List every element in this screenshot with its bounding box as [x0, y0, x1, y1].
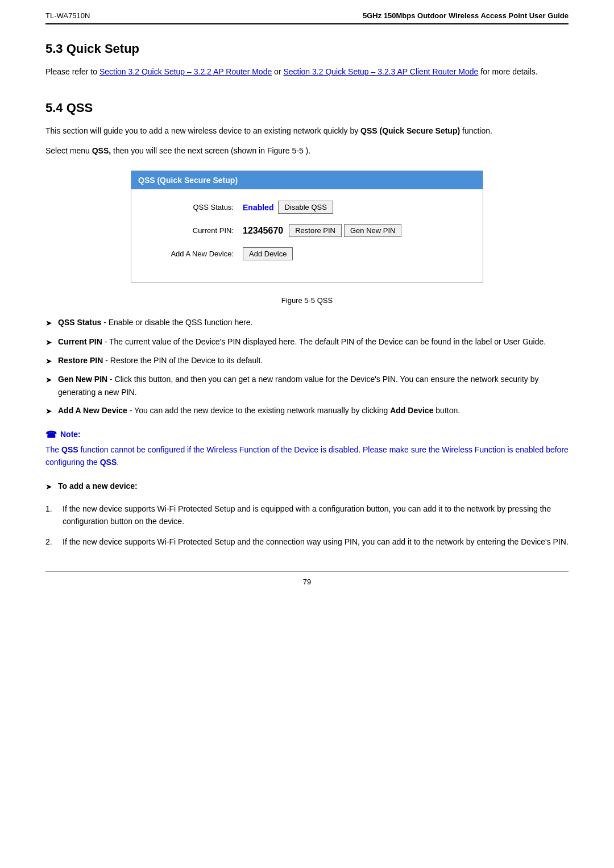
- list-item: 2. If the new device supports Wi-Fi Prot…: [45, 535, 569, 548]
- num-text-1: If the new device supports Wi-Fi Protect…: [63, 502, 569, 528]
- header-title: 5GHz 150Mbps Outdoor Wireless Access Poi…: [363, 11, 569, 20]
- list-item: ➤ Restore PIN - Restore the PIN of the D…: [45, 354, 569, 367]
- qss-add-device-row: Add A New Device: Add Device: [148, 247, 466, 260]
- section-54-intro: This section will guide you to add a new…: [45, 124, 569, 137]
- numbered-list: 1. If the new device supports Wi-Fi Prot…: [45, 502, 569, 549]
- section-53-para-prefix: Please refer to: [45, 67, 99, 76]
- disable-qss-button[interactable]: Disable QSS: [278, 201, 333, 214]
- list-item: ➤ Add A New Device - You can add the new…: [45, 404, 569, 417]
- to-add-label: To add a new device:: [58, 480, 138, 492]
- qss-panel-header: QSS (Quick Secure Setup): [131, 171, 483, 189]
- bullet-text-3: Restore PIN - Restore the PIN of the Dev…: [58, 354, 263, 367]
- qss-status-row: QSS Status: Enabled Disable QSS: [148, 201, 466, 214]
- bullet-arrow-icon: ➤: [45, 405, 52, 417]
- bullet-text-2: Current PIN - The current value of the D…: [58, 335, 546, 348]
- qss-pin-label: Current PIN:: [148, 226, 234, 235]
- to-add-section: ➤ To add a new device:: [45, 480, 569, 493]
- list-item: ➤ To add a new device:: [45, 480, 569, 493]
- page-number: 79: [303, 578, 311, 586]
- qss-add-device-label: Add A New Device:: [148, 250, 234, 258]
- gen-new-pin-button[interactable]: Gen New PIN: [344, 224, 401, 237]
- qss-pin-value: 12345670: [243, 226, 283, 236]
- section-54-select: Select menu QSS, then you will see the n…: [45, 144, 569, 157]
- bullet-arrow-icon: ➤: [45, 480, 52, 493]
- qss-panel-body: QSS Status: Enabled Disable QSS Current …: [131, 189, 483, 282]
- list-item: ➤ QSS Status - Enable or disable the QSS…: [45, 316, 569, 329]
- figure-caption: Figure 5-5 QSS: [45, 296, 569, 305]
- to-add-bullet-list: ➤ To add a new device:: [45, 480, 569, 493]
- qss-pin-row: Current PIN: 12345670 Restore PIN Gen Ne…: [148, 224, 466, 237]
- note-text: The QSS function cannot be configured if…: [45, 443, 569, 469]
- qss-panel: QSS (Quick Secure Setup) QSS Status: Ena…: [131, 171, 483, 283]
- list-item: 1. If the new device supports Wi-Fi Prot…: [45, 502, 569, 528]
- note-icon: ☎: [45, 429, 57, 440]
- section-53-title: 5.3 Quick Setup: [45, 41, 569, 56]
- bullet-arrow-icon: ➤: [45, 373, 52, 386]
- bullet-text-1: QSS Status - Enable or disable the QSS f…: [58, 316, 252, 329]
- bullet-arrow-icon: ➤: [45, 317, 52, 329]
- bullet-text-5: Add A New Device - You can add the new d…: [58, 404, 460, 417]
- page-footer: 79: [45, 571, 569, 586]
- section-53-middle: or: [274, 67, 283, 76]
- qss-status-value: Enabled: [243, 203, 273, 212]
- add-device-button[interactable]: Add Device: [243, 247, 293, 260]
- note-section: ☎ Note: The QSS function cannot be confi…: [45, 429, 569, 469]
- num-label-2: 2.: [45, 535, 63, 548]
- section-53-end: for more details.: [480, 67, 537, 76]
- num-label-1: 1.: [45, 502, 63, 515]
- page-header: TL-WA7510N 5GHz 150Mbps Outdoor Wireless…: [45, 11, 569, 24]
- bullet-arrow-icon: ➤: [45, 336, 52, 348]
- note-label: ☎ Note:: [45, 429, 569, 440]
- num-text-2: If the new device supports Wi-Fi Protect…: [63, 535, 569, 548]
- header-model: TL-WA7510N: [45, 11, 90, 20]
- restore-pin-button[interactable]: Restore PIN: [289, 224, 342, 237]
- link-ap-client-router-mode[interactable]: Section 3.2 Quick Setup – 3.2.3 AP Clien…: [283, 67, 478, 76]
- link-ap-router-mode[interactable]: Section 3.2 Quick Setup – 3.2.2 AP Route…: [99, 67, 272, 76]
- list-item: ➤ Gen New PIN - Click this button, and t…: [45, 373, 569, 398]
- bullet-list: ➤ QSS Status - Enable or disable the QSS…: [45, 316, 569, 417]
- bullet-text-4: Gen New PIN - Click this button, and the…: [58, 373, 569, 398]
- note-label-text: Note:: [60, 430, 81, 439]
- bullet-arrow-icon: ➤: [45, 355, 52, 367]
- section-54-title: 5.4 QSS: [45, 101, 569, 115]
- section-53-paragraph: Please refer to Section 3.2 Quick Setup …: [45, 65, 569, 78]
- list-item: ➤ Current PIN - The current value of the…: [45, 335, 569, 348]
- qss-status-label: QSS Status:: [148, 203, 234, 211]
